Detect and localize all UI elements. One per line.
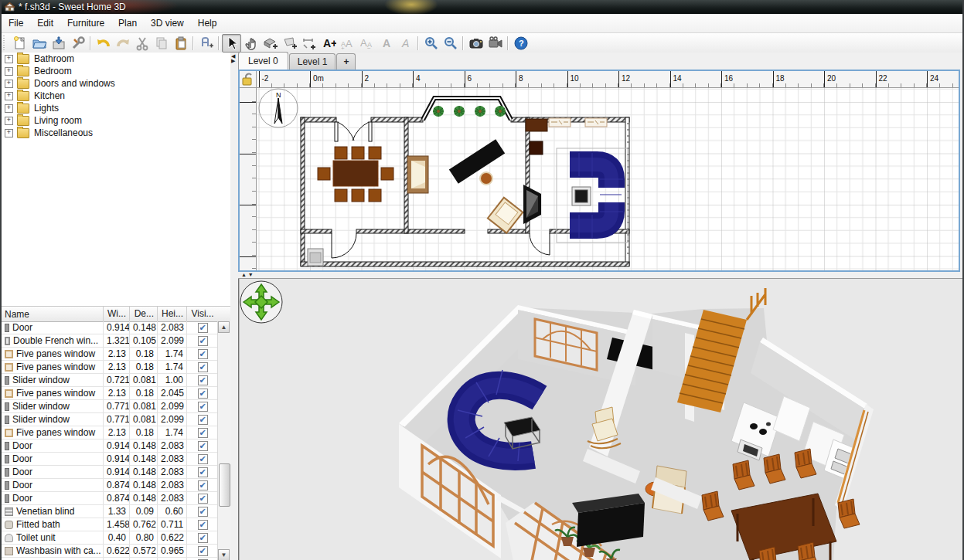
add-texts-button[interactable]: A+ [318,34,338,53]
new-button[interactable] [10,34,29,53]
table-row[interactable]: Toilet unit 0.40 0.80 0.622 ✔ [2,531,218,545]
copy-button[interactable] [152,34,171,53]
horizontal-splitter[interactable]: ▲ ▼ [238,272,964,278]
furniture-catalog-tree[interactable]: +Bathroom+Bedroom+Doors and windows+Kitc… [2,53,230,306]
navigation-compass[interactable] [240,281,282,323]
furniture-list-scrollbar[interactable]: ▲ ▼ [217,321,230,560]
zoom-in-button[interactable] [421,34,441,53]
add-level-tab[interactable]: + [336,53,356,70]
table-row[interactable]: Fitted bath 1.458 0.762 0.711 ✔ [2,518,218,531]
italic-button[interactable]: A [396,34,415,53]
column-header-height[interactable]: Hei... [158,307,187,321]
table-row[interactable]: Double French win... 1.321 0.105 2.099 ✔ [2,334,218,348]
visible-checkbox[interactable]: ✔ [198,389,208,399]
title-bar[interactable]: * f.sh3d - Sweet Home 3D [2,0,962,14]
visible-checkbox[interactable]: ✔ [198,546,208,556]
tab-level-0[interactable]: Level 0 [238,52,288,70]
table-row[interactable]: Door 0.914 0.148 2.083 ✔ [2,321,218,334]
preferences-button[interactable] [68,34,87,53]
visible-checkbox[interactable]: ✔ [198,428,208,438]
create-walls-button[interactable] [261,34,280,53]
tree-item-living-room[interactable]: +Living room [2,114,230,127]
visible-checkbox[interactable]: ✔ [198,349,208,359]
table-row[interactable]: Five panes window 2.13 0.18 1.74 ✔ [2,361,218,374]
tree-item-bedroom[interactable]: +Bedroom [2,65,230,77]
tree-item-lights[interactable]: +Lights [2,102,230,114]
expand-icon[interactable]: + [5,92,13,100]
redo-button[interactable] [113,34,132,53]
visible-checkbox[interactable]: ✔ [198,415,208,425]
scrollbar-thumb[interactable] [219,463,230,507]
sideboard-plan[interactable] [526,119,547,131]
tree-item-kitchen[interactable]: +Kitchen [2,90,230,102]
expand-icon[interactable]: + [5,55,13,63]
column-header-depth[interactable]: De... [130,307,158,321]
plan-canvas[interactable]: N [257,88,959,270]
menu-help[interactable]: Help [191,15,224,32]
washer-plan[interactable] [308,249,323,266]
toolbar-drag-handle[interactable] [3,36,8,51]
visible-checkbox[interactable]: ✔ [198,494,208,504]
help-button[interactable]: ? [511,34,530,53]
save-button[interactable] [49,34,68,53]
tree-item-bathroom[interactable]: +Bathroom [2,53,230,65]
plan-view[interactable]: -20m24681012141618202224 0m246 [238,70,960,272]
splitter-collapse-icons[interactable]: ◀▶ [231,54,235,63]
bold-button[interactable]: A [376,34,396,53]
create-dimensions-button[interactable] [299,34,318,53]
create-photo-button[interactable] [466,34,485,53]
column-header-visible[interactable]: Visi... [187,307,218,321]
add-furniture-button[interactable] [196,34,216,53]
visible-checkbox[interactable]: ✔ [198,323,208,333]
table-row[interactable]: Slider window 0.771 0.081 2.099 ✔ [2,413,218,426]
table-row[interactable]: Five panes window 2.13 0.18 1.74 ✔ [2,348,218,361]
tab-level-1[interactable]: Level 1 [289,53,336,70]
view-3d[interactable] [238,278,964,560]
scroll-up-arrow[interactable]: ▲ [218,321,230,333]
table-row[interactable]: Door 0.874 0.148 2.083 ✔ [2,492,218,505]
scroll-down-arrow[interactable]: ▼ [218,549,230,560]
stool-plan[interactable] [480,172,492,185]
create-video-button[interactable] [485,34,505,53]
expand-icon[interactable]: + [5,104,13,113]
menu-plan[interactable]: Plan [111,15,144,32]
vertical-splitter[interactable]: ◀▶ [230,53,238,560]
menu-edit[interactable]: Edit [30,15,60,32]
select-button[interactable] [222,34,241,53]
pan-button[interactable] [241,34,261,53]
visible-checkbox[interactable]: ✔ [198,454,208,464]
zoom-out-button[interactable] [441,34,460,53]
column-header-name[interactable]: Name [2,307,104,321]
table-row[interactable]: Door 0.874 0.148 2.083 ✔ [2,479,218,492]
tree-item-miscellaneous[interactable]: +Miscellaneous [2,127,230,139]
open-button[interactable] [29,34,49,53]
visible-checkbox[interactable]: ✔ [198,467,208,477]
cut-button[interactable] [132,34,152,53]
visible-checkbox[interactable]: ✔ [198,441,208,451]
armchair-plan[interactable] [407,156,428,193]
expand-icon[interactable]: + [5,80,13,88]
column-header-width[interactable]: Wi... [104,307,130,321]
menu-file[interactable]: File [2,15,30,32]
visible-checkbox[interactable]: ✔ [198,402,208,412]
expand-icon[interactable]: + [5,117,13,125]
table-row[interactable]: Door 0.914 0.148 2.083 ✔ [2,466,218,479]
visible-checkbox[interactable]: ✔ [198,507,208,517]
table-row[interactable]: Five panes window 2.13 0.18 1.74 ✔ [2,426,218,440]
table-row[interactable]: Door 0.914 0.148 2.083 ✔ [2,453,218,466]
table-row[interactable]: Slider window 0.721 0.081 1.00 ✔ [2,374,218,387]
splitter-collapse-icons-2[interactable]: ▲ ▼ [241,272,254,277]
visible-checkbox[interactable]: ✔ [198,375,208,385]
cabinet-plan[interactable] [530,141,543,154]
undo-button[interactable] [94,34,113,53]
paste-button[interactable] [171,34,190,53]
visible-checkbox[interactable]: ✔ [198,520,208,530]
increase-text-size-button[interactable]: AA+ [338,34,357,53]
visible-checkbox[interactable]: ✔ [198,336,208,346]
lock-icon[interactable] [240,71,257,88]
table-row[interactable]: Washbasin with ca... 0.622 0.572 0.965 ✔ [2,545,218,558]
menu-3d-view[interactable]: 3D view [144,15,191,32]
menu-furniture[interactable]: Furniture [60,15,111,32]
expand-icon[interactable]: + [5,129,13,137]
decrease-text-size-button[interactable]: AA− [357,34,376,53]
